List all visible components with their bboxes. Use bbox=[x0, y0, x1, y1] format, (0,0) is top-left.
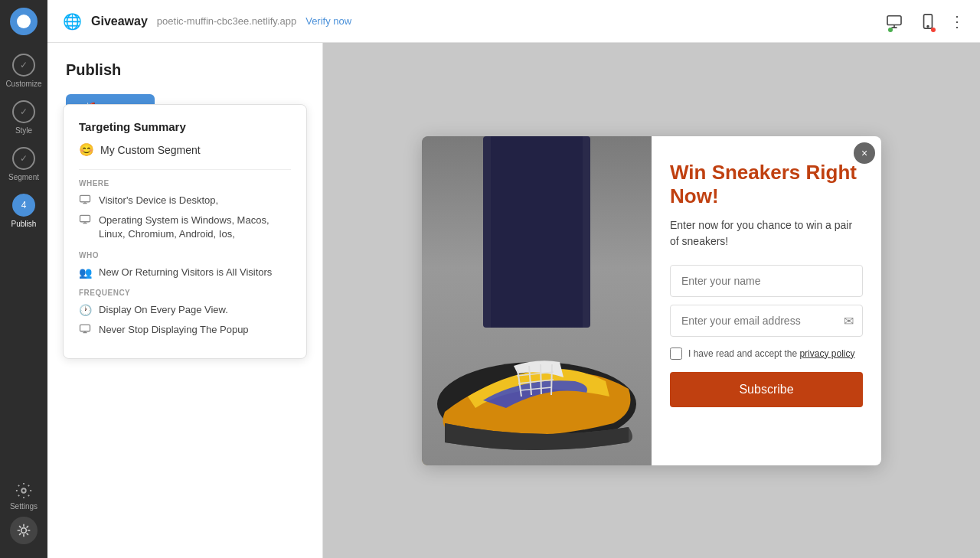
settings-label: Settings bbox=[10, 502, 38, 511]
sidebar-item-publish[interactable]: 4 Publish bbox=[0, 188, 47, 234]
desktop-view-button[interactable] bbox=[882, 9, 906, 34]
publish-number: 4 bbox=[21, 200, 27, 210]
svg-rect-10 bbox=[491, 136, 583, 328]
screen-freq-icon bbox=[79, 324, 93, 336]
shoe-svg bbox=[422, 136, 652, 465]
sidebar-item-style[interactable]: Style bbox=[0, 94, 47, 141]
sidebar-item-settings[interactable]: Settings bbox=[0, 476, 47, 517]
subscribe-button[interactable]: Subscribe bbox=[670, 372, 863, 407]
desktop-active-dot bbox=[888, 28, 893, 32]
mobile-icon bbox=[923, 14, 933, 29]
svg-point-0 bbox=[21, 488, 26, 493]
sidebar-circle-customize bbox=[12, 54, 35, 77]
help-button[interactable] bbox=[10, 517, 38, 544]
screen-small-icon bbox=[79, 214, 93, 227]
desktop-small-icon bbox=[79, 194, 93, 207]
site-title: Giveaway bbox=[91, 15, 148, 28]
preview-area: × Win Sneakers Right Now! Enter now for … bbox=[323, 43, 980, 558]
condition-frequency-2: Never Stop Displaying The Popup bbox=[79, 323, 291, 337]
shoe-image-bg bbox=[422, 136, 652, 465]
email-input-wrap: ✉ bbox=[670, 305, 863, 337]
condition-frequency-1: 🕐 Display On Every Page View. bbox=[79, 303, 291, 317]
sidebar-item-customize[interactable]: Customize bbox=[0, 47, 47, 94]
sidebar-label-style: Style bbox=[15, 126, 32, 135]
sidebar-label-customize: Customize bbox=[5, 80, 41, 88]
more-options-button[interactable]: ⋮ bbox=[949, 12, 965, 31]
sidebar-label-segment: Segment bbox=[8, 173, 39, 181]
sidebar-circle-segment bbox=[12, 147, 35, 170]
sidebar-circle-style bbox=[12, 100, 35, 123]
check-icon bbox=[20, 60, 28, 70]
popup-modal: × Win Sneakers Right Now! Enter now for … bbox=[422, 136, 881, 465]
targeting-title: Targeting Summary bbox=[79, 120, 291, 133]
check-icon-segment bbox=[20, 153, 28, 164]
where-label: WHERE bbox=[79, 179, 291, 188]
clock-icon: 🕐 bbox=[79, 304, 93, 316]
popup-image bbox=[422, 136, 652, 465]
site-url: poetic-muffin-cbc3ee.netlify.app bbox=[157, 15, 296, 27]
svg-line-14 bbox=[541, 364, 541, 394]
sidebar-item-segment[interactable]: Segment bbox=[0, 141, 47, 188]
svg-rect-5 bbox=[80, 195, 90, 201]
privacy-policy-link[interactable]: privacy policy bbox=[799, 348, 854, 359]
people-icon: 👥 bbox=[79, 266, 93, 279]
segment-row: 😊 My Custom Segment bbox=[79, 142, 291, 157]
svg-point-4 bbox=[927, 25, 929, 27]
svg-point-1 bbox=[21, 528, 27, 534]
main-area: 🌐 Giveaway poetic-muffin-cbc3ee.netlify.… bbox=[47, 0, 980, 558]
segment-name: My Custom Segment bbox=[100, 144, 201, 156]
app-logo[interactable] bbox=[10, 8, 38, 35]
popup-heading: Win Sneakers Right Now! bbox=[670, 161, 863, 208]
svg-rect-6 bbox=[80, 215, 90, 221]
name-input[interactable] bbox=[670, 265, 863, 297]
mobile-inactive-dot bbox=[931, 28, 936, 32]
frequency-label: FREQUENCY bbox=[79, 289, 291, 297]
targeting-card: Targeting Summary 😊 My Custom Segment WH… bbox=[63, 104, 307, 359]
gear-icon bbox=[15, 482, 32, 499]
condition-visitors-text: New Or Returning Visitors is All Visitor… bbox=[99, 266, 272, 279]
condition-os: Operating System is Windows, Macos, Linu… bbox=[79, 214, 291, 241]
check-icon-style bbox=[20, 106, 28, 117]
left-panel: Publish 🚀 Publish Targeting Summary 😊 My… bbox=[47, 43, 323, 558]
logo-inner bbox=[17, 15, 31, 28]
verify-link[interactable]: Verify now bbox=[305, 15, 351, 27]
svg-rect-2 bbox=[887, 15, 901, 24]
who-label: WHO bbox=[79, 251, 291, 259]
email-input[interactable] bbox=[670, 305, 863, 337]
checkbox-text: I have read and accept the bbox=[688, 348, 799, 359]
smiley-icon: 😊 bbox=[79, 142, 94, 157]
globe-icon: 🌐 bbox=[63, 12, 82, 31]
topbar-right: ⋮ bbox=[882, 9, 965, 34]
email-icon: ✉ bbox=[844, 313, 854, 328]
condition-device-text: Visitor's Device is Desktop, bbox=[99, 194, 218, 207]
popup-close-button[interactable]: × bbox=[854, 142, 875, 164]
condition-visitors: 👥 New Or Returning Visitors is All Visit… bbox=[79, 266, 291, 279]
privacy-label: I have read and accept the privacy polic… bbox=[688, 348, 854, 359]
divider-1 bbox=[79, 169, 291, 170]
privacy-checkbox[interactable] bbox=[670, 348, 682, 360]
popup-subtext: Enter now for you chance to win a pair o… bbox=[670, 217, 863, 250]
sidebar-circle-publish: 4 bbox=[12, 194, 35, 217]
bug-icon bbox=[16, 523, 31, 538]
popup-content: × Win Sneakers Right Now! Enter now for … bbox=[652, 136, 881, 465]
topbar: 🌐 Giveaway poetic-muffin-cbc3ee.netlify.… bbox=[47, 0, 980, 43]
topbar-left: 🌐 Giveaway poetic-muffin-cbc3ee.netlify.… bbox=[63, 12, 351, 31]
panel-title: Publish bbox=[66, 61, 304, 79]
content-area: Publish 🚀 Publish Targeting Summary 😊 My… bbox=[47, 43, 980, 558]
mobile-view-button[interactable] bbox=[916, 9, 940, 34]
desktop-icon bbox=[886, 15, 903, 28]
condition-device: Visitor's Device is Desktop, bbox=[79, 194, 291, 207]
sidebar-label-publish: Publish bbox=[11, 220, 37, 228]
condition-frequency-2-text: Never Stop Displaying The Popup bbox=[99, 323, 249, 337]
svg-rect-7 bbox=[80, 325, 90, 331]
condition-frequency-1-text: Display On Every Page View. bbox=[99, 303, 228, 317]
condition-os-text: Operating System is Windows, Macos, Linu… bbox=[99, 214, 291, 241]
checkbox-row: I have read and accept the privacy polic… bbox=[670, 348, 863, 360]
sidebar: Customize Style Segment 4 Publish Settin… bbox=[0, 0, 47, 558]
